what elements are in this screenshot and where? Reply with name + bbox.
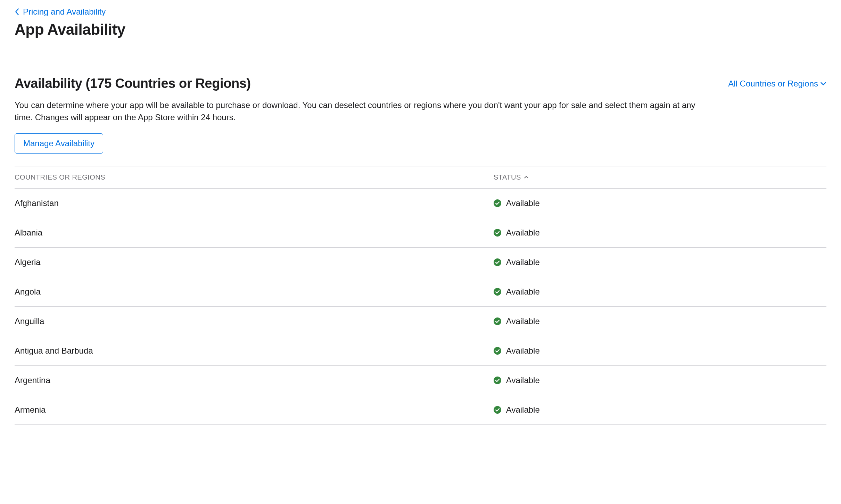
check-circle-icon bbox=[494, 406, 501, 414]
check-circle-icon bbox=[494, 258, 501, 266]
status-cell: Available bbox=[494, 375, 826, 385]
check-circle-icon bbox=[494, 229, 501, 237]
chevron-down-icon bbox=[820, 82, 826, 86]
breadcrumb[interactable]: Pricing and Availability bbox=[15, 7, 826, 17]
table-row: AlbaniaAvailable bbox=[15, 218, 826, 248]
section-description: You can determine where your app will be… bbox=[15, 99, 695, 124]
country-cell: Afghanistan bbox=[15, 198, 494, 208]
manage-availability-button[interactable]: Manage Availability bbox=[15, 133, 103, 154]
country-cell: Anguilla bbox=[15, 316, 494, 326]
status-label: Available bbox=[506, 198, 540, 208]
status-cell: Available bbox=[494, 198, 826, 208]
country-cell: Algeria bbox=[15, 257, 494, 267]
status-label: Available bbox=[506, 375, 540, 385]
svg-point-1 bbox=[494, 229, 501, 237]
status-cell: Available bbox=[494, 228, 826, 238]
breadcrumb-parent-link[interactable]: Pricing and Availability bbox=[23, 7, 106, 17]
chevron-left-icon bbox=[15, 8, 19, 16]
svg-point-4 bbox=[494, 317, 501, 325]
svg-point-2 bbox=[494, 258, 501, 266]
section-header: Availability (175 Countries or Regions) … bbox=[15, 76, 826, 91]
status-label: Available bbox=[506, 346, 540, 356]
country-cell: Albania bbox=[15, 228, 494, 238]
availability-table: COUNTRIES OR REGIONS STATUS AfghanistanA… bbox=[15, 166, 826, 425]
status-label: Available bbox=[506, 316, 540, 326]
country-cell: Antigua and Barbuda bbox=[15, 346, 494, 356]
country-cell: Armenia bbox=[15, 405, 494, 415]
check-circle-icon bbox=[494, 347, 501, 355]
header-divider bbox=[15, 48, 826, 48]
status-cell: Available bbox=[494, 316, 826, 326]
column-header-status[interactable]: STATUS bbox=[494, 173, 826, 181]
svg-point-5 bbox=[494, 347, 501, 355]
status-cell: Available bbox=[494, 346, 826, 356]
svg-point-6 bbox=[494, 377, 501, 384]
table-row: Antigua and BarbudaAvailable bbox=[15, 336, 826, 366]
check-circle-icon bbox=[494, 288, 501, 296]
filter-dropdown-label: All Countries or Regions bbox=[728, 79, 818, 89]
section-title: Availability (175 Countries or Regions) bbox=[15, 76, 251, 91]
column-header-status-label: STATUS bbox=[494, 173, 521, 181]
sort-ascending-icon bbox=[524, 175, 529, 179]
status-label: Available bbox=[506, 257, 540, 267]
check-circle-icon bbox=[494, 377, 501, 384]
table-row: AngolaAvailable bbox=[15, 277, 826, 307]
status-cell: Available bbox=[494, 405, 826, 415]
status-label: Available bbox=[506, 287, 540, 297]
check-circle-icon bbox=[494, 317, 501, 325]
table-row: ArgentinaAvailable bbox=[15, 366, 826, 395]
country-cell: Argentina bbox=[15, 375, 494, 385]
table-body: AfghanistanAvailableAlbaniaAvailableAlge… bbox=[15, 189, 826, 425]
svg-point-0 bbox=[494, 199, 501, 207]
table-row: ArmeniaAvailable bbox=[15, 395, 826, 425]
country-cell: Angola bbox=[15, 287, 494, 297]
status-label: Available bbox=[506, 405, 540, 415]
check-circle-icon bbox=[494, 199, 501, 207]
column-header-country[interactable]: COUNTRIES OR REGIONS bbox=[15, 173, 494, 181]
table-header: COUNTRIES OR REGIONS STATUS bbox=[15, 166, 826, 189]
status-cell: Available bbox=[494, 257, 826, 267]
table-row: AlgeriaAvailable bbox=[15, 248, 826, 277]
page-title: App Availability bbox=[15, 21, 826, 38]
table-row: AnguillaAvailable bbox=[15, 307, 826, 336]
status-cell: Available bbox=[494, 287, 826, 297]
table-row: AfghanistanAvailable bbox=[15, 189, 826, 218]
status-label: Available bbox=[506, 228, 540, 238]
filter-dropdown[interactable]: All Countries or Regions bbox=[728, 79, 826, 89]
svg-point-3 bbox=[494, 288, 501, 296]
svg-point-7 bbox=[494, 406, 501, 414]
